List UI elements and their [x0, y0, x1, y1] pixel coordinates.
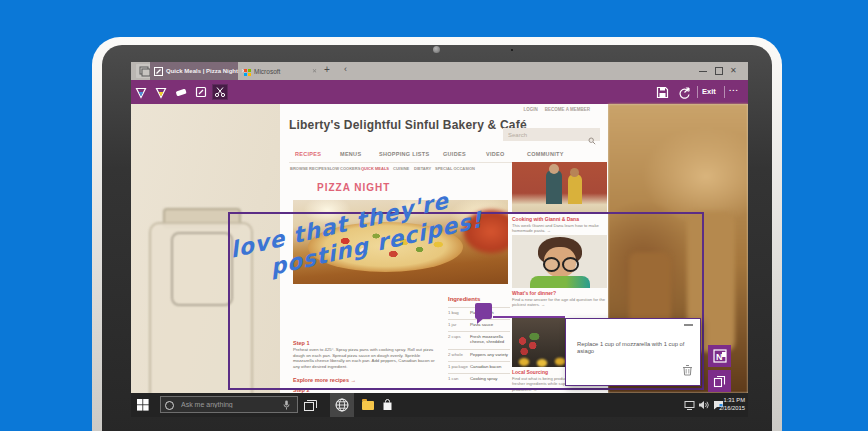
nav-item-video[interactable]: VIDEO: [486, 151, 505, 157]
clip-tool-button-selected[interactable]: [212, 84, 228, 100]
subnav-slow-cookers[interactable]: SLOW COOKERS: [327, 166, 360, 171]
browser-titlebar: Quick Meals | Pizza Night ✕ Microsoft ✕ …: [131, 62, 748, 80]
hero-background: Quick Meals | Pizza Night ✕ Microsoft ✕ …: [0, 0, 868, 431]
webnote-toolbar: Exit ...: [131, 80, 748, 104]
webnote-edit-icon: [154, 62, 163, 80]
volume-tray-icon[interactable]: [698, 400, 709, 410]
windows-taskbar: 1:31 PM 2/16/2015: [131, 393, 748, 417]
add-note-tool-button[interactable]: [193, 84, 209, 100]
globe-icon: [335, 398, 349, 412]
subnav-dietary[interactable]: DIETARY: [414, 166, 431, 171]
edge-browser-taskbar-button[interactable]: [330, 393, 354, 417]
wallpaper-jar-clamp: [171, 232, 233, 306]
save-note-button[interactable]: [654, 84, 670, 100]
window-close-button[interactable]: ✕: [730, 66, 737, 75]
toolbar-divider: [697, 86, 698, 98]
share-icon: [678, 86, 691, 99]
task-view-button[interactable]: [304, 400, 317, 411]
toolbar-divider: [724, 86, 725, 98]
subnav-special-occasion[interactable]: SPECIAL OCCASION: [435, 166, 475, 171]
note-marker-icon[interactable]: [475, 303, 492, 319]
store-taskbar-button[interactable]: [382, 399, 393, 411]
account-links: LOGIN BECOME A MEMBER: [524, 107, 590, 112]
tab-microsoft[interactable]: Microsoft ✕: [240, 62, 321, 80]
nav-item-community[interactable]: COMMUNITY: [527, 151, 564, 157]
share-note-button[interactable]: [676, 84, 692, 100]
tab-quick-meals[interactable]: Quick Meals | Pizza Night ✕: [150, 62, 238, 80]
clip-scissors-icon: [214, 86, 226, 98]
copy-clip-button[interactable]: [708, 370, 731, 392]
windows-logo-icon: [137, 399, 149, 411]
tab-close-icon[interactable]: ✕: [312, 68, 317, 74]
more-options-button[interactable]: ...: [729, 84, 739, 93]
eraser-icon: [174, 85, 188, 99]
clock-date: 2/16/2015: [719, 405, 745, 413]
highlighter-tool-button[interactable]: [153, 84, 169, 100]
nav-item-menus[interactable]: MENUS: [340, 151, 361, 157]
search-icon: [588, 131, 596, 149]
page-title: PIZZA NIGHT: [317, 182, 390, 193]
subnav-cuisine[interactable]: CUISINE: [393, 166, 409, 171]
site-search-input[interactable]: [503, 128, 600, 141]
collapse-note-button[interactable]: [684, 324, 693, 326]
note-connector-line: [493, 316, 565, 318]
nav-item-guides[interactable]: GUIDES: [443, 151, 466, 157]
tab-title: Microsoft: [254, 68, 309, 75]
shopping-bag-icon: [382, 399, 393, 411]
cortana-search-input[interactable]: [160, 396, 298, 413]
nav-item-recipes[interactable]: RECIPES: [295, 151, 321, 157]
start-button[interactable]: [137, 399, 149, 411]
subnav-browse-recipes[interactable]: BROWSE RECIPES: [290, 166, 327, 171]
mic-icon[interactable]: [283, 400, 290, 410]
tab-title: Quick Meals | Pizza Night: [166, 68, 238, 74]
copy-icon: [713, 375, 726, 388]
delete-note-button[interactable]: [682, 362, 693, 380]
eraser-tool-button[interactable]: [173, 84, 189, 100]
new-tab-button[interactable]: +: [324, 64, 330, 75]
trash-icon: [682, 364, 693, 376]
cortana-icon: [165, 401, 174, 410]
tab-scroll-chevron-icon[interactable]: ‹: [344, 64, 347, 74]
window-maximize-button[interactable]: [715, 67, 723, 75]
login-link[interactable]: LOGIN: [524, 107, 538, 112]
network-tray-icon[interactable]: [684, 401, 695, 410]
nav-item-shopping-lists[interactable]: SHOPPING LISTS: [379, 151, 429, 157]
card-image-cooking-couple: [512, 162, 607, 214]
laptop-screen: Quick Meals | Pizza Night ✕ Microsoft ✕ …: [131, 62, 748, 417]
save-icon: [656, 86, 669, 99]
add-note-icon: [194, 85, 208, 99]
highlighter-icon: [154, 85, 168, 99]
svg-text:N: N: [716, 352, 723, 362]
mic-dot: [511, 49, 513, 51]
exit-webnote-button[interactable]: Exit: [702, 87, 716, 96]
sticky-note-text: Replace 1 cup of mozzarella with 1 cup o…: [577, 341, 691, 355]
onenote-icon: N: [713, 349, 727, 363]
site-title: Liberty's Delightful Sinful Bakery & Caf…: [289, 118, 527, 132]
pen-tool-button[interactable]: [133, 84, 149, 100]
clock-time: 1:31 PM: [719, 397, 745, 405]
file-explorer-taskbar-button[interactable]: [362, 401, 374, 410]
sticky-note[interactable]: Replace 1 cup of mozzarella with 1 cup o…: [565, 318, 701, 386]
microsoft-logo-icon: [244, 62, 251, 80]
become-member-link[interactable]: BECOME A MEMBER: [545, 107, 590, 112]
send-to-onenote-button[interactable]: N: [708, 345, 731, 367]
pen-icon: [134, 85, 148, 99]
taskbar-clock[interactable]: 1:31 PM 2/16/2015: [719, 397, 745, 412]
webcam-dot: [433, 46, 440, 53]
window-minimize-button[interactable]: [699, 71, 707, 72]
subnav-quick-meals[interactable]: QUICK MEALS: [361, 166, 389, 171]
